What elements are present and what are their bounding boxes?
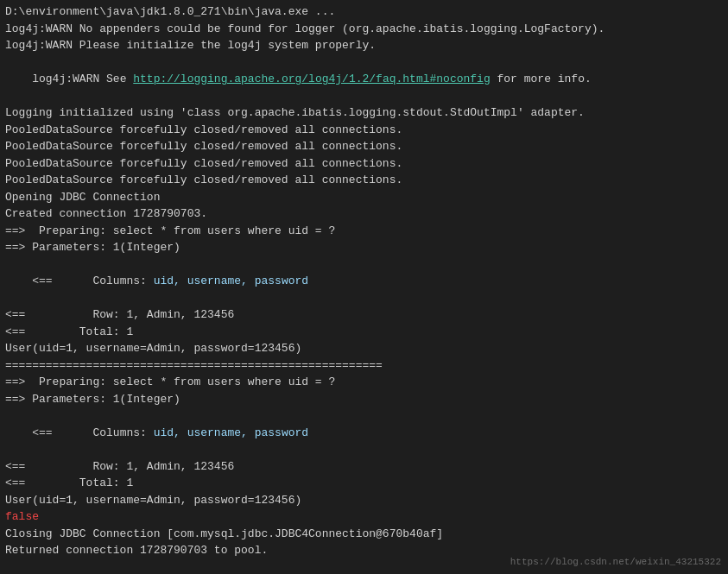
warn-suffix: for more info. [491, 73, 592, 85]
console-line: <== Row: 1, Admin, 123456 [5, 306, 723, 324]
console-line: User(uid=1, username=Admin, password=123… [5, 340, 723, 357]
arrow-left-cols-prefix2: <== Columns: [32, 426, 153, 439]
console-line: log4j:WARN No appenders could be found f… [5, 21, 723, 38]
console-line-warn-link: log4j:WARN See http://logging.apache.org… [5, 54, 723, 105]
console-line: log4j:WARN Please initialize the log4j s… [5, 37, 723, 54]
console-line: Logging initialized using 'class org.apa… [5, 104, 723, 122]
console-line: ==> Preparing: select * from users where… [5, 223, 723, 240]
console-line-columns: <== Columns: uid, username, password [5, 256, 723, 307]
console-output: D:\environment\java\jdk1.8.0_271\bin\jav… [0, 0, 728, 574]
columns-value2: uid, username, password [154, 426, 308, 439]
console-line: <== Row: 1, Admin, 123456 [5, 458, 723, 476]
columns-value: uid, username, password [154, 274, 308, 287]
console-line: D:\environment\java\jdk1.8.0_271\bin\jav… [5, 3, 723, 21]
console-separator: ========================================… [5, 357, 723, 375]
console-line: Opening JDBC Connection [5, 189, 723, 206]
console-line: ==> Parameters: 1(Integer) [5, 239, 723, 256]
console-line: User(uid=1, username=Admin, password=123… [5, 492, 723, 509]
log4j-link[interactable]: http://logging.apache.org/log4j/1.2/faq.… [133, 73, 490, 85]
arrow-left-cols-prefix: <== Columns: [32, 274, 153, 287]
warn-prefix: log4j:WARN See [32, 73, 133, 85]
console-line: ==> Preparing: select * from users where… [5, 374, 723, 391]
console-line: PooledDataSource forcefully closed/remov… [5, 172, 723, 189]
console-line: <== Total: 1 [5, 475, 723, 492]
console-line: PooledDataSource forcefully closed/remov… [5, 138, 723, 155]
console-line: PooledDataSource forcefully closed/remov… [5, 122, 723, 139]
console-line-false: false [5, 508, 723, 526]
console-line: Closing JDBC Connection [com.mysql.jdbc.… [5, 526, 723, 543]
console-line: Created connection 1728790703. [5, 205, 723, 223]
watermark: https://blog.csdn.net/weixin_43215322 [510, 557, 721, 567]
console-line: <== Total: 1 [5, 324, 723, 341]
console-line: PooledDataSource forcefully closed/remov… [5, 155, 723, 173]
console-line: ==> Parameters: 1(Integer) [5, 391, 723, 408]
console-line-columns2: <== Columns: uid, username, password [5, 407, 723, 458]
